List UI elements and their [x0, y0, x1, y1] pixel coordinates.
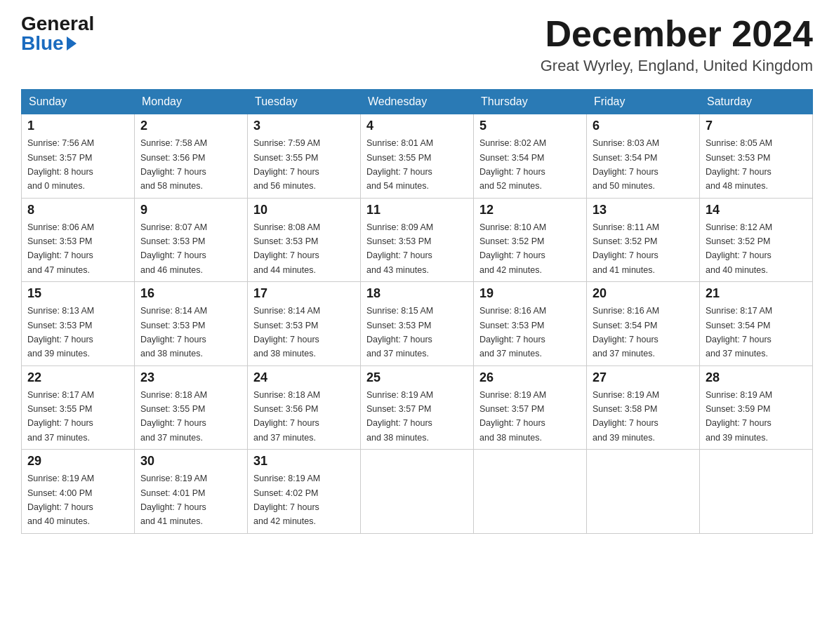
day-number: 17: [253, 286, 355, 301]
day-number: 4: [366, 119, 468, 133]
day-number: 2: [140, 119, 241, 133]
day-number: 3: [253, 119, 355, 133]
table-row: 23 Sunrise: 8:18 AMSunset: 3:55 PMDaylig…: [135, 365, 248, 450]
day-number: 8: [27, 203, 128, 217]
calendar-week-4: 22 Sunrise: 8:17 AMSunset: 3:55 PMDaylig…: [22, 365, 813, 450]
day-number: 11: [366, 203, 468, 217]
table-row: 1 Sunrise: 7:56 AMSunset: 3:57 PMDayligh…: [22, 114, 135, 199]
day-info: Sunrise: 8:06 AMSunset: 3:53 PMDaylight:…: [27, 222, 94, 275]
day-info: Sunrise: 8:19 AMSunset: 4:01 PMDaylight:…: [140, 474, 207, 526]
day-info: Sunrise: 8:19 AMSunset: 3:57 PMDaylight:…: [366, 390, 433, 443]
day-number: 26: [479, 370, 581, 385]
day-info: Sunrise: 8:09 AMSunset: 3:53 PMDaylight:…: [366, 222, 433, 275]
location-text: Great Wyrley, England, United Kingdom: [541, 57, 813, 75]
table-row: 20 Sunrise: 8:16 AMSunset: 3:54 PMDaylig…: [587, 282, 700, 366]
day-number: 14: [706, 203, 807, 217]
day-info: Sunrise: 8:19 AMSunset: 3:57 PMDaylight:…: [479, 390, 546, 443]
table-row: 4 Sunrise: 8:01 AMSunset: 3:55 PMDayligh…: [361, 114, 474, 199]
day-info: Sunrise: 8:19 AMSunset: 3:58 PMDaylight:…: [593, 390, 659, 443]
day-number: 9: [140, 203, 241, 217]
table-row: 14 Sunrise: 8:12 AMSunset: 3:52 PMDaylig…: [700, 198, 813, 282]
calendar-table: Sunday Monday Tuesday Wednesday Thursday…: [21, 89, 813, 534]
day-info: Sunrise: 8:10 AMSunset: 3:52 PMDaylight:…: [479, 222, 546, 275]
calendar-header-row: Sunday Monday Tuesday Wednesday Thursday…: [22, 90, 813, 114]
day-info: Sunrise: 8:05 AMSunset: 3:53 PMDaylight:…: [706, 138, 772, 191]
table-row: 17 Sunrise: 8:14 AMSunset: 3:53 PMDaylig…: [248, 282, 361, 366]
day-number: 16: [140, 286, 241, 301]
table-row: 28 Sunrise: 8:19 AMSunset: 3:59 PMDaylig…: [700, 365, 813, 450]
col-wednesday: Wednesday: [361, 90, 474, 114]
table-row: 24 Sunrise: 8:18 AMSunset: 3:56 PMDaylig…: [248, 365, 361, 450]
calendar-week-5: 29 Sunrise: 8:19 AMSunset: 4:00 PMDaylig…: [22, 450, 813, 534]
day-info: Sunrise: 8:16 AMSunset: 3:53 PMDaylight:…: [479, 306, 546, 358]
day-number: 12: [479, 203, 581, 217]
day-number: 18: [366, 286, 468, 301]
day-info: Sunrise: 7:56 AMSunset: 3:57 PMDaylight:…: [27, 138, 94, 191]
day-info: Sunrise: 7:58 AMSunset: 3:56 PMDaylight:…: [140, 138, 207, 191]
day-info: Sunrise: 8:01 AMSunset: 3:55 PMDaylight:…: [366, 138, 433, 191]
calendar-week-2: 8 Sunrise: 8:06 AMSunset: 3:53 PMDayligh…: [22, 198, 813, 282]
day-info: Sunrise: 8:14 AMSunset: 3:53 PMDaylight:…: [253, 306, 320, 358]
col-tuesday: Tuesday: [248, 90, 361, 114]
table-row: 2 Sunrise: 7:58 AMSunset: 3:56 PMDayligh…: [135, 114, 248, 199]
day-info: Sunrise: 7:59 AMSunset: 3:55 PMDaylight:…: [253, 138, 320, 191]
day-info: Sunrise: 8:19 AMSunset: 3:59 PMDaylight:…: [706, 390, 772, 443]
table-row: 11 Sunrise: 8:09 AMSunset: 3:53 PMDaylig…: [361, 198, 474, 282]
day-info: Sunrise: 8:07 AMSunset: 3:53 PMDaylight:…: [140, 222, 207, 275]
day-number: 25: [366, 370, 468, 385]
day-info: Sunrise: 8:13 AMSunset: 3:53 PMDaylight:…: [27, 306, 94, 358]
table-row: 26 Sunrise: 8:19 AMSunset: 3:57 PMDaylig…: [474, 365, 587, 450]
col-sunday: Sunday: [22, 90, 135, 114]
day-number: 19: [479, 286, 581, 301]
calendar-week-3: 15 Sunrise: 8:13 AMSunset: 3:53 PMDaylig…: [22, 282, 813, 366]
table-row: 22 Sunrise: 8:17 AMSunset: 3:55 PMDaylig…: [22, 365, 135, 450]
day-number: 7: [706, 119, 807, 133]
col-monday: Monday: [135, 90, 248, 114]
table-row: 10 Sunrise: 8:08 AMSunset: 3:53 PMDaylig…: [248, 198, 361, 282]
day-info: Sunrise: 8:14 AMSunset: 3:53 PMDaylight:…: [140, 306, 207, 358]
day-info: Sunrise: 8:02 AMSunset: 3:54 PMDaylight:…: [479, 138, 546, 191]
logo: General Blue: [21, 14, 94, 53]
day-number: 31: [253, 454, 355, 469]
day-info: Sunrise: 8:19 AMSunset: 4:00 PMDaylight:…: [27, 474, 94, 526]
day-number: 24: [253, 370, 355, 385]
table-row: 15 Sunrise: 8:13 AMSunset: 3:53 PMDaylig…: [22, 282, 135, 366]
col-thursday: Thursday: [474, 90, 587, 114]
day-number: 23: [140, 370, 241, 385]
day-info: Sunrise: 8:18 AMSunset: 3:56 PMDaylight:…: [253, 390, 320, 443]
table-row: 12 Sunrise: 8:10 AMSunset: 3:52 PMDaylig…: [474, 198, 587, 282]
day-number: 10: [253, 203, 355, 217]
logo-arrow-icon: [67, 36, 77, 51]
day-info: Sunrise: 8:19 AMSunset: 4:02 PMDaylight:…: [253, 474, 320, 526]
table-row: 13 Sunrise: 8:11 AMSunset: 3:52 PMDaylig…: [587, 198, 700, 282]
page-header: General Blue December 2024 Great Wyrley,…: [21, 14, 813, 75]
table-row: 25 Sunrise: 8:19 AMSunset: 3:57 PMDaylig…: [361, 365, 474, 450]
day-info: Sunrise: 8:16 AMSunset: 3:54 PMDaylight:…: [593, 306, 659, 358]
day-number: 22: [27, 370, 128, 385]
table-row: 21 Sunrise: 8:17 AMSunset: 3:54 PMDaylig…: [700, 282, 813, 366]
day-number: 27: [593, 370, 694, 385]
day-number: 5: [479, 119, 581, 133]
day-number: 13: [593, 203, 694, 217]
table-row: 6 Sunrise: 8:03 AMSunset: 3:54 PMDayligh…: [587, 114, 700, 199]
table-row: [361, 450, 474, 534]
day-info: Sunrise: 8:12 AMSunset: 3:52 PMDaylight:…: [706, 222, 772, 275]
logo-blue-text: Blue: [21, 34, 64, 53]
table-row: 16 Sunrise: 8:14 AMSunset: 3:53 PMDaylig…: [135, 282, 248, 366]
table-row: 7 Sunrise: 8:05 AMSunset: 3:53 PMDayligh…: [700, 114, 813, 199]
table-row: 5 Sunrise: 8:02 AMSunset: 3:54 PMDayligh…: [474, 114, 587, 199]
day-info: Sunrise: 8:15 AMSunset: 3:53 PMDaylight:…: [366, 306, 433, 358]
day-number: 21: [706, 286, 807, 301]
header-right: December 2024 Great Wyrley, England, Uni…: [541, 14, 813, 75]
day-number: 1: [27, 119, 128, 133]
table-row: 31 Sunrise: 8:19 AMSunset: 4:02 PMDaylig…: [248, 450, 361, 534]
table-row: [474, 450, 587, 534]
day-info: Sunrise: 8:08 AMSunset: 3:53 PMDaylight:…: [253, 222, 320, 275]
day-number: 30: [140, 454, 241, 469]
col-friday: Friday: [587, 90, 700, 114]
table-row: [700, 450, 813, 534]
day-number: 15: [27, 286, 128, 301]
table-row: 9 Sunrise: 8:07 AMSunset: 3:53 PMDayligh…: [135, 198, 248, 282]
table-row: 29 Sunrise: 8:19 AMSunset: 4:00 PMDaylig…: [22, 450, 135, 534]
day-number: 6: [593, 119, 694, 133]
